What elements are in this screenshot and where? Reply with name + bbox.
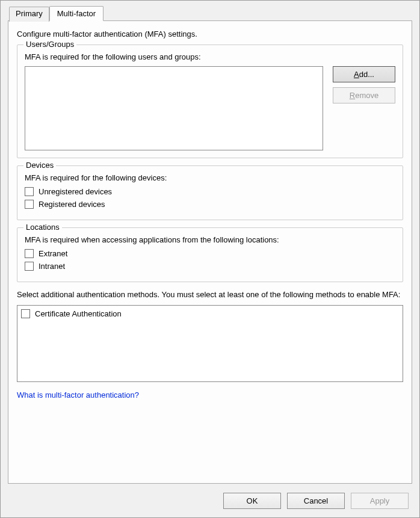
tab-multifactor[interactable]: Multi-factor — [49, 6, 103, 21]
multifactor-panel: Configure multi-factor authentication (M… — [8, 20, 412, 484]
registered-devices-label: Registered devices — [39, 200, 105, 209]
unregistered-devices-label: Unregistered devices — [39, 187, 112, 196]
devices-box: Devices MFA is required for the followin… — [17, 165, 403, 220]
extranet-row[interactable]: Extranet — [25, 249, 395, 258]
locations-box: Locations MFA is required when accessing… — [17, 227, 403, 282]
users-groups-listbox[interactable] — [25, 66, 323, 150]
tab-bar: Primary Multi-factor — [9, 5, 419, 20]
apply-button: Apply — [351, 493, 409, 509]
intranet-checkbox[interactable] — [25, 262, 34, 271]
cert-auth-label: Certificate Authentication — [35, 309, 122, 318]
locations-sub: MFA is required when accessing applicati… — [25, 235, 395, 244]
devices-sub: MFA is required for the following device… — [25, 173, 395, 182]
intranet-label: Intranet — [39, 262, 65, 271]
tab-primary[interactable]: Primary — [9, 7, 49, 22]
unregistered-devices-row[interactable]: Unregistered devices — [25, 187, 395, 196]
methods-note: Select additional authentication methods… — [17, 289, 403, 300]
extranet-checkbox[interactable] — [25, 249, 34, 258]
locations-legend: Locations — [23, 223, 62, 232]
extranet-label: Extranet — [39, 249, 67, 258]
intranet-row[interactable]: Intranet — [25, 262, 395, 271]
registered-devices-row[interactable]: Registered devices — [25, 200, 395, 209]
unregistered-devices-checkbox[interactable] — [25, 187, 34, 196]
mfa-settings-dialog: Primary Multi-factor Configure multi-fac… — [0, 0, 420, 518]
remove-button: Remove — [333, 87, 395, 103]
ok-button[interactable]: OK — [223, 493, 281, 509]
methods-listbox[interactable]: Certificate Authentication — [17, 305, 403, 382]
mfa-help-link[interactable]: What is multi-factor authentication? — [17, 390, 139, 399]
registered-devices-checkbox[interactable] — [25, 200, 34, 209]
dialog-footer: OK Cancel Apply — [223, 493, 409, 509]
cert-auth-row[interactable]: Certificate Authentication — [21, 309, 399, 318]
cancel-button[interactable]: Cancel — [287, 493, 345, 509]
devices-legend: Devices — [23, 161, 56, 170]
cert-auth-checkbox[interactable] — [21, 309, 30, 318]
intro-text: Configure multi-factor authentication (M… — [17, 29, 403, 39]
users-groups-sub: MFA is required for the following users … — [25, 52, 395, 61]
users-groups-box: Users/Groups MFA is required for the fol… — [17, 45, 403, 158]
users-groups-legend: Users/Groups — [23, 40, 76, 49]
add-button[interactable]: Add... — [333, 66, 395, 82]
